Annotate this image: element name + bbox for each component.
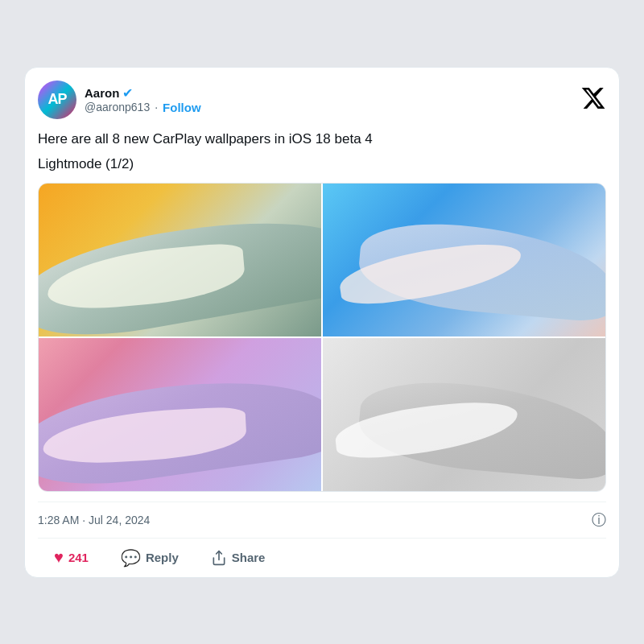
tweet-line1: Here are all 8 new CarPlay wallpapers in…	[38, 129, 606, 150]
share-icon	[211, 550, 227, 566]
like-count: 241	[68, 551, 89, 564]
bubble-icon: 💬	[121, 548, 141, 568]
tweet-header: AP Aaron ✔ @aaronp613 · Follow	[38, 80, 606, 119]
follow-button[interactable]: Follow	[163, 101, 201, 114]
timestamp: 1:28 AM · Jul 24, 2024	[38, 514, 150, 526]
tweet-line2: Lightmode (1/2)	[38, 154, 606, 175]
timestamp-row: 1:28 AM · Jul 24, 2024 ⓘ	[38, 502, 606, 539]
avatar[interactable]: AP	[38, 80, 76, 119]
x-logo-icon[interactable]	[580, 85, 606, 114]
wallpaper-pink-purple[interactable]	[39, 338, 321, 491]
tweet-content: Here are all 8 new CarPlay wallpapers in…	[38, 129, 606, 175]
share-label: Share	[232, 551, 266, 564]
share-button[interactable]: Share	[211, 550, 266, 566]
reply-label: Reply	[146, 551, 179, 564]
user-details: Aaron ✔ @aaronp613 · Follow	[85, 85, 201, 114]
user-handle-row: @aaronp613 · Follow	[85, 101, 201, 114]
avatar-letters: AP	[47, 91, 66, 108]
tweet-card: AP Aaron ✔ @aaronp613 · Follow Here are …	[24, 67, 620, 578]
like-button[interactable]: ♥ 241	[54, 548, 89, 567]
heart-icon: ♥	[54, 548, 64, 567]
wallpaper-gray[interactable]	[323, 338, 605, 491]
user-name-row: Aaron ✔	[85, 85, 201, 101]
reply-button[interactable]: 💬 Reply	[121, 548, 179, 568]
verified-icon: ✔	[122, 85, 133, 101]
user-name[interactable]: Aaron	[85, 86, 119, 100]
actions-row: ♥ 241 💬 Reply Share	[38, 539, 606, 577]
separator: ·	[155, 101, 158, 114]
user-info-block: AP Aaron ✔ @aaronp613 · Follow	[38, 80, 201, 119]
user-handle[interactable]: @aaronp613	[85, 101, 150, 114]
wallpaper-orange-teal[interactable]	[39, 184, 321, 336]
wallpaper-blue[interactable]	[323, 184, 605, 336]
info-icon[interactable]: ⓘ	[592, 510, 606, 530]
wallpaper-grid	[38, 183, 606, 492]
